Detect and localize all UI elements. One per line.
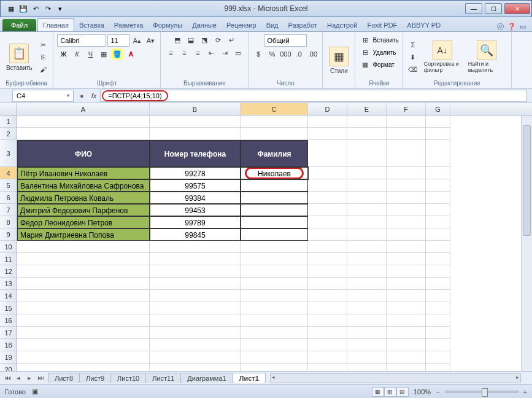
align-middle-icon[interactable]: ⬓ <box>185 34 197 45</box>
cell[interactable] <box>308 241 347 253</box>
cell[interactable] <box>308 278 347 290</box>
font-color-icon[interactable]: A <box>125 49 137 60</box>
sheet-tab-Лист11[interactable]: Лист11 <box>145 373 181 383</box>
col-header-F[interactable]: F <box>387 103 426 115</box>
sheet-nav-prev-icon[interactable]: ◂ <box>13 374 23 382</box>
zoom-out-icon[interactable]: − <box>436 388 439 396</box>
cell-surname[interactable] <box>241 192 308 204</box>
cell[interactable] <box>241 265 308 278</box>
header-phone[interactable]: Номер телефона <box>150 140 241 167</box>
cell[interactable] <box>347 167 387 179</box>
cell[interactable] <box>426 241 450 253</box>
minimize-button[interactable]: — <box>465 3 482 14</box>
formula-input[interactable]: =ПСТР(A4;15;10) <box>100 90 527 102</box>
macro-record-icon[interactable]: ▣ <box>32 388 38 396</box>
cell[interactable] <box>150 115 241 128</box>
cell[interactable] <box>387 115 426 128</box>
cell[interactable] <box>426 339 450 351</box>
cell[interactable] <box>387 351 426 364</box>
cell-phone[interactable]: 99845 <box>150 228 241 241</box>
sheet-tab-Лист9[interactable]: Лист9 <box>79 373 111 383</box>
cell[interactable] <box>241 241 308 253</box>
qat-dropdown-icon[interactable]: ▾ <box>55 3 66 14</box>
fill-icon[interactable]: ⬇ <box>407 52 419 63</box>
cell[interactable] <box>150 278 241 290</box>
cancel-formula-icon[interactable]: ● <box>80 92 84 99</box>
page-layout-view-icon[interactable]: ▥ <box>384 387 396 397</box>
cell[interactable] <box>387 128 426 140</box>
sheet-tab-Диаграмма1[interactable]: Диаграмма1 <box>180 373 233 383</box>
cut-icon[interactable]: ✂ <box>37 39 49 50</box>
tab-review[interactable]: Рецензир <box>222 19 261 31</box>
format-cells-button[interactable]: ▦Формат <box>359 59 395 70</box>
cell-surname[interactable] <box>241 216 308 228</box>
cell[interactable] <box>308 228 347 241</box>
wrap-text-icon[interactable]: ↵ <box>225 34 237 45</box>
cell[interactable] <box>308 253 347 265</box>
cell[interactable] <box>308 339 347 351</box>
delete-cells-button[interactable]: ⊟Удалить <box>359 47 396 58</box>
row-header-19[interactable]: 19 <box>0 351 17 364</box>
cell[interactable] <box>387 241 426 253</box>
styles-button[interactable]: ▦ Стили <box>326 45 351 76</box>
horizontal-scrollbar[interactable] <box>270 373 521 383</box>
header-fio[interactable]: ФИО <box>17 140 150 167</box>
cell[interactable] <box>241 302 308 314</box>
cell[interactable] <box>150 351 241 364</box>
find-select-button[interactable]: 🔍 Найти и выделить <box>466 39 507 75</box>
cell[interactable] <box>17 351 150 364</box>
bold-icon[interactable]: Ж <box>57 49 69 60</box>
cell[interactable] <box>426 314 450 327</box>
indent-right-icon[interactable]: ⇥ <box>218 47 231 58</box>
cell[interactable] <box>241 327 308 339</box>
normal-view-icon[interactable]: ▦ <box>372 387 384 397</box>
cell[interactable] <box>347 241 387 253</box>
cell-surname[interactable]: Николаев <box>241 167 308 179</box>
cell[interactable] <box>150 265 241 278</box>
cell[interactable] <box>17 327 150 339</box>
cell[interactable] <box>150 314 241 327</box>
cell[interactable] <box>17 364 150 371</box>
col-header-G[interactable]: G <box>426 103 450 115</box>
cell[interactable] <box>17 314 150 327</box>
cell[interactable] <box>347 204 387 216</box>
cell[interactable] <box>241 364 308 371</box>
sheet-nav-next-icon[interactable]: ▸ <box>25 374 34 382</box>
cell[interactable] <box>308 179 347 192</box>
tab-insert[interactable]: Вставка <box>74 19 109 31</box>
cell[interactable] <box>387 140 426 167</box>
maximize-button[interactable]: ☐ <box>485 3 502 14</box>
row-header-15[interactable]: 15 <box>0 302 17 314</box>
cell[interactable] <box>426 192 450 204</box>
cell[interactable] <box>308 192 347 204</box>
cell[interactable] <box>387 364 426 371</box>
vertical-scrollbar[interactable] <box>521 115 532 371</box>
cell[interactable] <box>17 302 150 314</box>
file-tab[interactable]: Файл <box>2 19 36 31</box>
cell[interactable] <box>150 302 241 314</box>
cell[interactable] <box>347 192 387 204</box>
col-header-E[interactable]: E <box>347 103 387 115</box>
cell[interactable] <box>241 278 308 290</box>
cell[interactable] <box>241 253 308 265</box>
cell[interactable] <box>241 351 308 364</box>
align-center-icon[interactable]: ≡ <box>178 47 190 58</box>
cell[interactable] <box>426 140 450 167</box>
col-header-A[interactable]: A <box>17 103 150 115</box>
cell[interactable] <box>426 265 450 278</box>
cell[interactable] <box>426 228 450 241</box>
cell[interactable] <box>308 364 347 371</box>
currency-icon[interactable]: $ <box>252 49 264 60</box>
row-header-14[interactable]: 14 <box>0 290 17 302</box>
font-size-combo[interactable]: 11 <box>107 34 129 47</box>
tab-home[interactable]: Главная <box>37 18 74 31</box>
shrink-font-icon[interactable]: A▾ <box>144 35 156 46</box>
cell[interactable] <box>241 128 308 140</box>
cell[interactable] <box>426 115 450 128</box>
cell[interactable] <box>347 314 387 327</box>
comma-icon[interactable]: 000 <box>279 49 291 60</box>
cell-fio[interactable]: Мария Дмитриевна Попова <box>17 228 150 241</box>
cell[interactable] <box>308 314 347 327</box>
italic-icon[interactable]: К <box>71 49 83 60</box>
col-header-C[interactable]: C <box>241 103 308 115</box>
